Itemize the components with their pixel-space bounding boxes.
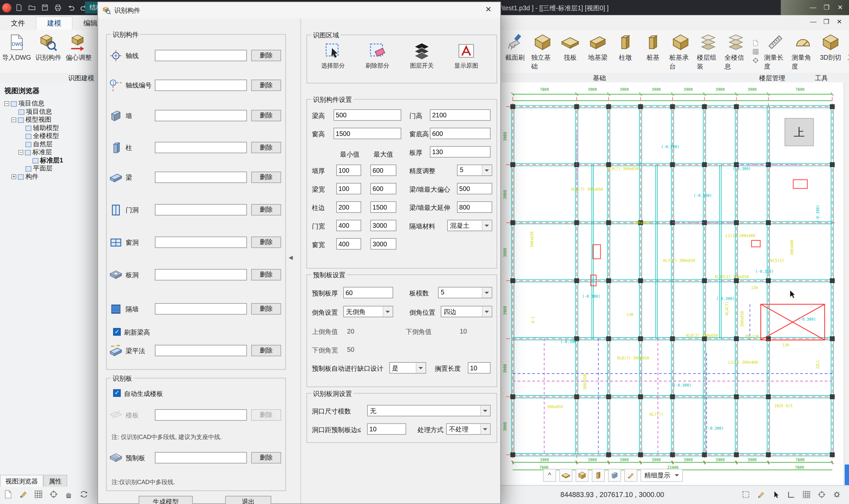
grid-add-icon[interactable] [34,489,43,501]
layer-name-input[interactable] [155,142,247,153]
ribbon-tool-tools[interactable]: 工具 ▼ [847,32,849,71]
ribbon-tool-isolated-footing[interactable]: 独立基础 [531,32,554,71]
member-label[interactable]: 门洞 [126,206,151,214]
ribbon-tool-eccentric-adjust[interactable]: 偏心调整 [66,32,92,62]
mini-tool-icon[interactable] [752,39,759,47]
close-button[interactable]: ✕ [833,4,847,11]
ribbon-tool-building-info[interactable]: 全楼信息 [725,32,747,71]
collapse-icon[interactable]: − [11,118,16,122]
tab-floor-management[interactable]: 楼层管理 [759,74,785,83]
ribbon-tool-measure-length[interactable]: 测量长度 [764,32,787,71]
window-width-max-input[interactable] [371,238,396,249]
slab-modulus-combo[interactable]: 5 [438,287,492,298]
tree-item[interactable]: 标准层1 [1,157,99,164]
collapse-icon[interactable]: − [19,150,23,155]
layer-name-input[interactable] [155,452,247,463]
layer-name-input[interactable] [155,204,247,216]
collapse-arrow-icon[interactable]: ◀ [289,254,293,260]
tree-item[interactable]: +构件 [1,173,99,181]
display-mode-dropdown[interactable]: 精细显示 [640,469,683,482]
mdi-restore-button[interactable]: ❐ [820,18,833,25]
mini-tool-stack[interactable] [752,32,759,71]
mini-tool-icon[interactable] [752,57,759,64]
tab-recognition-modeling[interactable]: 识图建模 [68,74,94,83]
minimize-button[interactable]: — [806,4,820,11]
delete-button[interactable]: 删除 [251,50,281,61]
layer-name-input[interactable] [155,172,247,183]
wall-tool-icon[interactable] [608,469,621,482]
auto-generate-slab-checkbox[interactable] [113,389,121,397]
pan-hand-icon[interactable] [64,489,74,501]
tree-item[interactable]: 项目信息 [1,108,99,116]
scrollbar-thumb[interactable] [845,465,849,485]
mdi-minimize-button[interactable]: — [807,18,820,25]
ribbon-tool-pile-cap[interactable]: 桩基承台 [669,32,692,71]
dialog-close-button[interactable]: ✕ [481,5,496,16]
gear-icon[interactable] [832,490,842,501]
tree-item[interactable]: 辅助模型 [1,124,99,132]
north-up-button[interactable]: 上 [785,118,814,146]
mdi-close-button[interactable]: ✕ [833,18,846,25]
region-button-erase-part[interactable]: 刷除部分 [357,40,398,70]
precast-thickness-input[interactable] [343,287,393,298]
edit-doc-icon[interactable] [19,489,28,501]
member-label[interactable]: 柱 [126,144,151,151]
door-width-min-input[interactable] [336,220,361,231]
member-label[interactable]: 轴线编号 [126,82,151,89]
ribbon-tool-column-pier[interactable]: 柱墩 [614,32,637,71]
tree-item[interactable]: −项目信息 [1,100,99,107]
chamfer-setting-combo[interactable]: 无倒角 [343,306,393,317]
layer-name-input[interactable] [155,345,247,356]
menu-modeling[interactable]: 建模 [36,16,73,30]
ribbon-tool-section-brush[interactable]: 截面刷 [503,32,526,71]
layer-name-input[interactable] [155,409,247,420]
member-label[interactable]: 预制板 [126,455,151,462]
partition-material-combo[interactable]: 混凝土 [447,220,492,231]
ribbon-tool-section-3d[interactable]: 3D剖切 [819,32,842,71]
layer-name-input[interactable] [155,269,247,280]
delete-button[interactable]: 删除 [251,303,281,314]
layer-name-input[interactable] [155,50,247,61]
beam-width-min-input[interactable] [336,183,361,194]
selection-box-icon[interactable] [741,490,751,501]
door-height-input[interactable] [430,109,490,121]
member-label[interactable]: 楼板 [126,412,151,419]
save-icon[interactable] [39,2,50,13]
layer-name-input[interactable] [155,236,247,248]
delete-button[interactable]: 删除 [251,345,281,356]
ribbon-tool-floor-assembly[interactable]: 楼层组装 [697,32,720,71]
cursor-icon[interactable] [772,490,781,501]
window-width-min-input[interactable] [336,238,361,249]
maximize-button[interactable]: ❐ [820,4,833,11]
slab-thickness-input[interactable] [430,146,490,158]
ribbon-tool-ground-beam[interactable]: 地基梁 [586,32,609,71]
beam-width-max-input[interactable] [371,183,396,194]
delete-button[interactable]: 删除 [251,236,281,248]
ribbon-tool-raft-slab[interactable]: 筏板 [559,32,582,71]
generate-model-button[interactable]: 生成模型 [139,496,193,504]
tab-tools[interactable]: 工具 [815,74,828,83]
grid-icon[interactable] [802,490,811,501]
cad-drawing-area[interactable]: 7800390039003900390039003900780039003900… [501,82,843,485]
menu-file[interactable]: 文件 [0,17,36,30]
hole-modulus-combo[interactable]: 无 [367,405,490,416]
member-label[interactable]: 梁 [126,174,151,181]
tree-item[interactable]: 自然层 [1,140,99,148]
tab-foundation[interactable]: 基础 [593,74,606,83]
delete-button[interactable]: 删除 [251,79,281,91]
open-file-icon[interactable] [26,2,37,13]
ribbon-tool-import-dwg[interactable]: 导入DWG [2,32,31,62]
collapse-icon[interactable]: − [4,101,9,106]
tab-properties[interactable]: 属性 [43,475,67,487]
region-button-select-part[interactable]: 选择部分 [312,40,354,70]
member-label[interactable]: 轴线 [126,52,151,59]
member-label[interactable]: 隔墙 [126,306,151,313]
refresh-beam-height-checkbox[interactable] [113,328,121,336]
delete-button[interactable]: 删除 [251,172,281,183]
tab-view-browser[interactable]: 视图浏览器 [0,475,43,487]
column-side-max-input[interactable] [371,201,396,213]
hole-distance-input[interactable] [367,424,406,435]
wall-thickness-min-input[interactable] [336,164,361,176]
angle-icon[interactable] [787,490,796,501]
layer-name-input[interactable] [155,110,247,121]
